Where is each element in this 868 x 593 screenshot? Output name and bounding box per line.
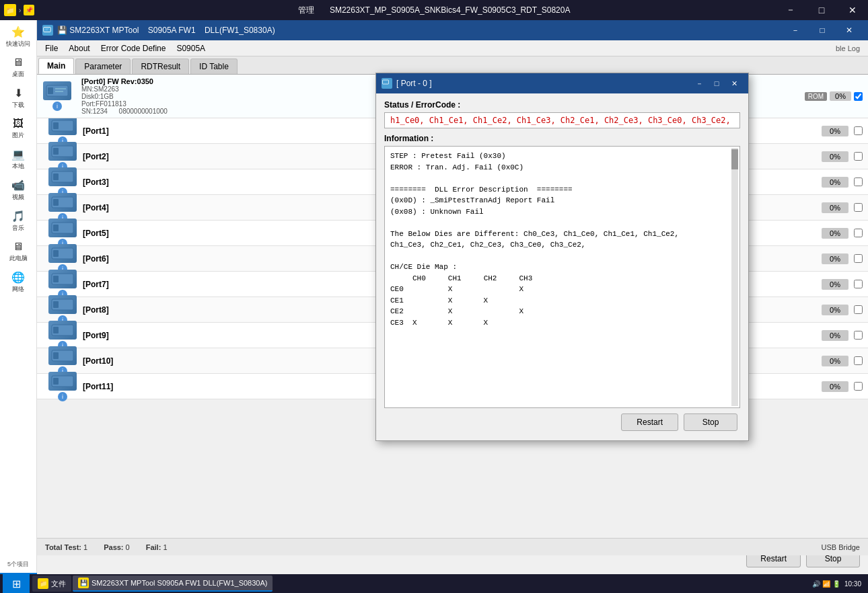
svg-rect-16 <box>53 225 59 231</box>
close-os-button[interactable]: ✕ <box>837 0 868 20</box>
maximize-os-button[interactable]: □ <box>806 0 837 20</box>
popup-stop-button[interactable]: Stop <box>684 413 737 431</box>
app-window-title: 💾 SM2263XT MPTool S0905A FW1 DLL(FW1_S08… <box>57 26 782 35</box>
port4-checkbox[interactable] <box>854 203 863 212</box>
table-log-label: ble Log <box>830 44 865 52</box>
start-button[interactable]: ⊞ <box>3 574 30 593</box>
port5-percent: 0% <box>822 228 848 239</box>
explorer-item-desktop[interactable]: 🖥 桌面 <box>0 51 36 81</box>
port8-device-icon <box>48 295 77 314</box>
app-minimize-button[interactable]: － <box>782 20 809 40</box>
port7-checkbox[interactable] <box>854 280 863 288</box>
taskbar-top-left: 📁 › 📌 <box>0 4 38 16</box>
port0-checkbox[interactable] <box>854 92 863 101</box>
tab-main[interactable]: Main <box>38 58 74 74</box>
explorer-item-music[interactable]: 🎵 音乐 <box>0 204 36 235</box>
explorer-item-downloads[interactable]: ⬇ 下载 <box>0 81 36 112</box>
port11-info-button[interactable]: i <box>58 392 67 401</box>
menu-bar: File About Error Code Define S0905A ble … <box>37 40 868 56</box>
menu-error-code[interactable]: Error Code Define <box>96 42 172 54</box>
svg-rect-26 <box>53 352 59 359</box>
usb-bridge-status: USB Bridge <box>822 543 860 551</box>
svg-rect-1 <box>45 28 48 29</box>
taskbar-item-file-explorer[interactable]: 📁 文件 <box>32 576 71 592</box>
app-icon <box>42 25 53 36</box>
popup-maximize-button[interactable]: □ <box>708 76 725 91</box>
port5-checkbox[interactable] <box>854 229 863 237</box>
port6-checkbox[interactable] <box>854 254 863 263</box>
explorer-item-network[interactable]: 🌐 网络 <box>0 266 36 296</box>
svg-rect-20 <box>53 276 59 282</box>
explorer-item-video[interactable]: 📹 视频 <box>0 173 36 204</box>
port7-label: [Port7] <box>83 280 137 289</box>
explorer-item-local[interactable]: 💻 本地 <box>0 143 36 173</box>
port1-percent: 0% <box>822 126 848 136</box>
port4-percent: 0% <box>822 202 848 213</box>
os-top-taskbar: 📁 › 📌 管理 SM2263XT_MP_S0905A_SNKBics4_FW_… <box>0 0 868 20</box>
desktop-icon: 🖥 <box>13 56 24 69</box>
port10-checkbox[interactable] <box>854 356 863 365</box>
port11-label: [Port11] <box>83 382 137 391</box>
svg-rect-24 <box>53 327 59 333</box>
app-maximize-button[interactable]: □ <box>809 20 836 40</box>
svg-rect-8 <box>53 122 59 129</box>
port2-device-icon <box>48 142 77 161</box>
popup-restart-button[interactable]: Restart <box>621 413 678 431</box>
app-close-button[interactable]: ✕ <box>836 20 863 40</box>
information-text-box[interactable]: STEP : Pretest Fail (0x30) ERROR : Tran.… <box>384 146 740 408</box>
port0-popup-window: [ Port - 0 ] － □ ✕ Status / ErrorCode : … <box>375 73 749 441</box>
port5-label: [Port5] <box>83 229 137 238</box>
port11-checkbox[interactable] <box>854 382 863 391</box>
port3-checkbox[interactable] <box>854 177 863 186</box>
tab-idtable[interactable]: ID Table <box>190 58 238 74</box>
information-label: Information : <box>384 134 740 143</box>
taskbar-item-mptool[interactable]: 💾 SM2263XT MPTool S0905A FW1 DLL(FW1_S08… <box>73 576 273 592</box>
port2-label: [Port2] <box>83 152 137 161</box>
status-bar: Total Test: 1 Pass: 0 Fail: 1 USB Bridge <box>37 538 868 555</box>
port9-device-icon <box>48 321 77 340</box>
svg-rect-28 <box>53 378 59 385</box>
menu-s0905a[interactable]: S0905A <box>171 42 211 54</box>
status-errorcode-label: Status / ErrorCode : <box>384 100 740 110</box>
network-icon: 🌐 <box>11 271 25 284</box>
port2-percent: 0% <box>822 151 848 162</box>
scrollbar-thumb[interactable] <box>731 149 738 169</box>
tab-rdtresult[interactable]: RDTResult <box>132 58 189 74</box>
popup-title: [ Port - 0 ] <box>396 79 690 88</box>
minimize-os-button[interactable]: － <box>775 0 806 20</box>
tabs-bar: Main Parameter RDTResult ID Table <box>37 56 868 75</box>
folder-icon[interactable]: 📁 <box>4 4 16 16</box>
port0-device-area: i <box>37 80 77 112</box>
os-window-controls: － □ ✕ <box>775 0 868 20</box>
popup-window-controls: － □ ✕ <box>690 76 743 91</box>
port0-device-icon <box>43 81 71 100</box>
explorer-item-thispc[interactable]: 🖥 此电脑 <box>0 235 36 266</box>
port8-label: [Port8] <box>83 305 137 315</box>
app-titlebar: 💾 SM2263XT MPTool S0905A FW1 DLL(FW1_S08… <box>37 20 868 40</box>
os-taskbar: ⊞ 📁 文件 💾 SM2263XT MPTool S0905A FW1 DLL(… <box>0 574 868 593</box>
thispc-icon: 🖥 <box>13 241 24 253</box>
port10-percent: 0% <box>822 356 848 366</box>
menu-about[interactable]: About <box>63 42 95 54</box>
taskbar-mptool-label: SM2263XT MPTool S0905A FW1 DLL(FW1_S0830… <box>92 579 267 587</box>
information-content: STEP : Pretest Fail (0x30) ERROR : Tran.… <box>390 151 734 328</box>
port1-checkbox[interactable] <box>854 126 863 135</box>
port0-info-button[interactable]: i <box>52 102 62 111</box>
port1-device-icon <box>48 118 77 135</box>
port9-checkbox[interactable] <box>854 331 863 340</box>
menu-file[interactable]: File <box>40 42 63 54</box>
info-scrollbar[interactable] <box>731 148 738 406</box>
explorer-item-pictures[interactable]: 🖼 图片 <box>0 112 36 143</box>
port0-rom-badge: ROM <box>805 92 827 101</box>
popup-icon <box>382 78 392 89</box>
quick-access-icon: ⭐ <box>11 26 25 38</box>
port7-device-icon <box>48 270 77 288</box>
tab-parameter[interactable]: Parameter <box>75 58 131 74</box>
popup-minimize-button[interactable]: － <box>690 76 708 91</box>
explorer-item-quick[interactable]: ⭐ 快速访问 <box>0 20 36 51</box>
port8-checkbox[interactable] <box>854 305 863 314</box>
svg-rect-6 <box>55 91 63 92</box>
popup-close-button[interactable]: ✕ <box>725 76 743 91</box>
port2-checkbox[interactable] <box>854 152 863 161</box>
svg-rect-14 <box>53 199 59 206</box>
